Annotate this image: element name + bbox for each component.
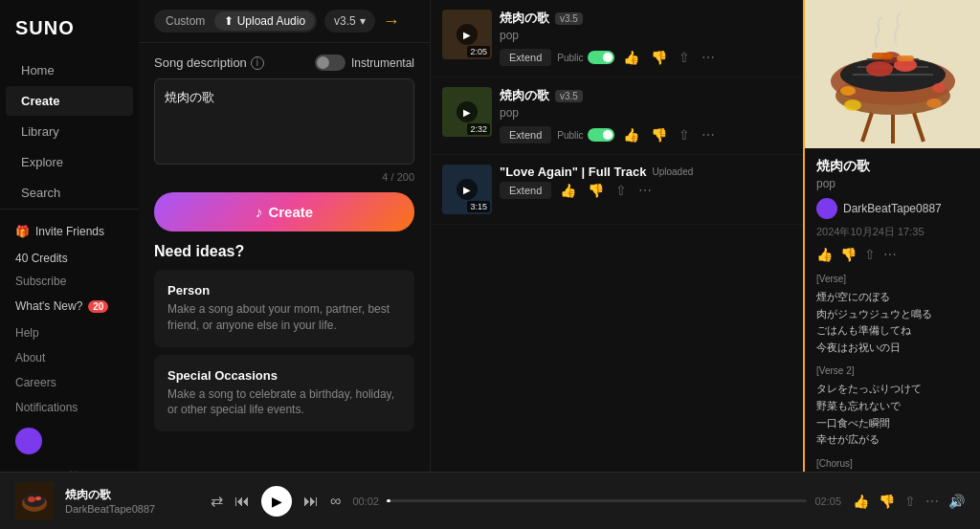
create-button[interactable]: ♪ Create — [154, 192, 414, 231]
right-panel-title: 焼肉の歌 — [816, 158, 969, 175]
svg-point-12 — [840, 86, 856, 96]
song-description-input[interactable]: 焼肉の歌 — [154, 78, 414, 165]
right-panel-genre: pop — [816, 177, 969, 190]
public-toggle-switch[interactable] — [588, 51, 614, 64]
svg-point-15 — [926, 99, 942, 108]
player-title: 焼肉の歌 — [65, 487, 199, 503]
song-thumbnail[interactable]: ▶ 3:15 — [442, 165, 492, 214]
social-links: 𝕏 ◎ ♪ ⌘ — [0, 462, 139, 472]
thumbs-down-icon[interactable]: 👎 — [585, 181, 607, 200]
idea-card-special[interactable]: Special Occasions Make a song to celebra… — [154, 355, 414, 432]
song-actions: Extend Public 👍 👎 ⇧ ⋯ — [500, 48, 791, 67]
shuffle-icon[interactable]: ⇄ — [211, 492, 223, 510]
share-icon[interactable]: ⇧ — [904, 494, 916, 509]
toggle-custom[interactable]: Custom — [156, 11, 214, 31]
right-panel: 焼肉の歌 pop DarkBeatTape0887 2024年10月24日 17… — [803, 0, 980, 472]
song-title: 焼肉の歌 — [500, 10, 549, 27]
thumbs-up-icon[interactable]: 👍 — [620, 125, 642, 144]
more-icon[interactable]: ⋯ — [699, 48, 718, 67]
toggle-upload[interactable]: ⬆ Upload Audio — [214, 11, 315, 31]
need-ideas-title: Need ideas? — [154, 243, 414, 260]
svg-rect-10 — [872, 53, 893, 59]
album-art — [805, 0, 980, 148]
progress-bar[interactable] — [387, 499, 808, 502]
song-info: 焼肉の歌 v3.5 pop Extend Public 👍 👎 — [500, 87, 791, 144]
instrumental-toggle-row: Instrumental — [315, 55, 414, 71]
version-button[interactable]: v3.5 ▾ — [324, 10, 375, 33]
more-icon[interactable]: ⋯ — [925, 494, 939, 509]
play-overlay[interactable]: ▶ — [457, 179, 478, 200]
thumbs-up-icon[interactable]: 👍 — [557, 181, 579, 200]
prev-icon[interactable]: ⏮ — [234, 493, 250, 510]
share-icon[interactable]: ⇧ — [864, 247, 876, 262]
thumbs-down-icon[interactable]: 👎 — [879, 494, 895, 509]
sidebar-item-home[interactable]: Home — [6, 55, 133, 85]
sidebar-item-library[interactable]: Library — [6, 117, 133, 146]
thumbs-down-icon[interactable]: 👎 — [840, 247, 857, 262]
progress-fill — [387, 499, 390, 502]
share-icon[interactable]: ⇧ — [676, 48, 693, 67]
player-right-icons: 👍 👎 ⇧ ⋯ 🔊 — [853, 494, 965, 509]
instrumental-toggle[interactable] — [315, 55, 345, 71]
sidebar-item-search[interactable]: Search — [6, 178, 133, 208]
song-title: 焼肉の歌 — [500, 87, 549, 104]
song-info: "Love Again" | Full Track Uploaded Exten… — [500, 165, 791, 200]
song-thumbnail[interactable]: ▶ 2:32 — [442, 87, 492, 137]
thumbs-up-icon[interactable]: 👍 — [620, 48, 642, 67]
sidebar-item-about[interactable]: About — [0, 345, 139, 370]
whats-new-badge: 20 — [88, 300, 108, 313]
sidebar-item-create[interactable]: Create — [6, 86, 133, 116]
sidebar-item-notifications[interactable]: Notifications — [0, 395, 139, 420]
more-icon[interactable]: ⋯ — [699, 125, 718, 144]
volume-icon[interactable]: 🔊 — [948, 494, 965, 509]
play-pause-button[interactable]: ▶ — [261, 486, 292, 517]
extend-button[interactable]: Extend — [500, 126, 551, 143]
subscribe-button[interactable]: Subscribe — [0, 271, 139, 292]
version-tag: v3.5 — [555, 90, 583, 102]
song-title: "Love Again" | Full Track — [500, 165, 646, 179]
song-duration: 3:15 — [467, 201, 490, 212]
play-overlay[interactable]: ▶ — [457, 24, 478, 45]
idea-card-desc: Make a song to celebrate a birthday, hol… — [167, 386, 401, 419]
next-icon[interactable]: ⏭ — [303, 493, 319, 510]
right-user-row: DarkBeatTape0887 — [816, 198, 969, 219]
invite-friends-button[interactable]: 🎁 Invite Friends — [0, 217, 139, 246]
thumbs-up-icon[interactable]: 👍 — [816, 247, 833, 262]
player-song-info: 焼肉の歌 DarkBeatTape0887 — [65, 487, 199, 515]
extend-button[interactable]: Extend — [500, 182, 551, 199]
credits-button[interactable]: 40 Credits — [0, 246, 139, 271]
thumbs-down-icon[interactable]: 👎 — [648, 48, 670, 67]
play-overlay[interactable]: ▶ — [457, 101, 478, 122]
share-icon[interactable]: ⇧ — [612, 181, 630, 200]
sidebar-item-explore[interactable]: Explore — [6, 147, 133, 177]
more-icon[interactable]: ⋯ — [883, 247, 897, 262]
sidebar-item-help[interactable]: Help — [0, 320, 139, 345]
player-thumbnail — [15, 482, 54, 520]
public-toggle: Public — [557, 51, 613, 64]
player-controls: ⇄ ⏮ ▶ ⏭ ∞ — [211, 486, 341, 517]
song-actions: Extend 👍 👎 ⇧ ⋯ — [500, 181, 791, 200]
share-icon[interactable]: ⇧ — [676, 125, 693, 144]
thumbs-up-icon[interactable]: 👍 — [853, 494, 869, 509]
song-thumbnail[interactable]: ▶ 2:05 — [442, 10, 492, 59]
extend-button[interactable]: Extend — [500, 49, 551, 66]
sidebar: SUNO Home Create Library Explore Search … — [0, 0, 139, 472]
repeat-icon[interactable]: ∞ — [330, 493, 341, 510]
player-artist: DarkBeatTape0887 — [65, 503, 199, 515]
song-item: ▶ 3:15 "Love Again" | Full Track Uploade… — [431, 155, 803, 225]
idea-card-person[interactable]: Person Make a song about your mom, partn… — [154, 270, 414, 347]
whats-new-button[interactable]: What's New? 20 — [0, 292, 139, 320]
gift-icon: 🎁 — [15, 225, 30, 238]
song-duration: 2:05 — [467, 46, 490, 57]
current-time: 00:02 — [352, 496, 379, 507]
more-icon[interactable]: ⋯ — [635, 181, 655, 200]
right-actions: 👍 👎 ⇧ ⋯ — [816, 247, 969, 262]
public-toggle-switch[interactable] — [588, 128, 614, 142]
main-area: SUNO Home Create Library Explore Search … — [0, 0, 980, 472]
right-username[interactable]: DarkBeatTape0887 — [843, 202, 942, 215]
thumbs-down-icon[interactable]: 👎 — [648, 125, 670, 144]
upload-icon: ⬆ — [224, 14, 234, 28]
avatar[interactable] — [15, 428, 42, 454]
sidebar-item-careers[interactable]: Careers — [0, 370, 139, 395]
song-item: ▶ 2:32 焼肉の歌 v3.5 pop Extend Public — [431, 77, 803, 155]
